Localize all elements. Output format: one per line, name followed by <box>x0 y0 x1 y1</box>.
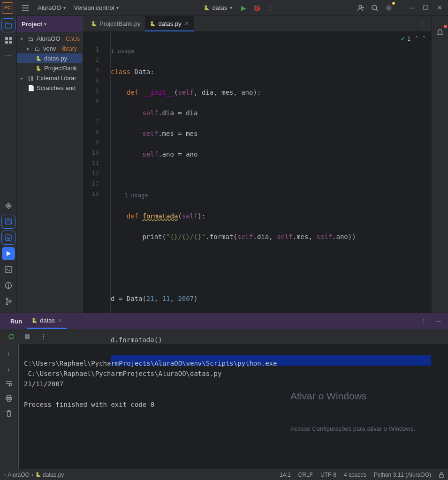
svg-marker-21 <box>7 251 11 256</box>
code-content[interactable]: 1 usage class Data: def __init__(self, d… <box>111 32 431 313</box>
soft-wrap-icon[interactable] <box>2 377 15 390</box>
project-panel: Project ▾ ▾ 🗀 AluraOO C:\Us ▸ 🗀 venv lib… <box>17 16 83 313</box>
tree-root[interactable]: ▾ 🗀 AluraOO C:\Us <box>17 34 82 44</box>
editor-more-icon[interactable]: ⋮ <box>415 17 428 30</box>
debug-button[interactable]: 🐞 <box>250 1 263 15</box>
chevron-down-icon: ▾ <box>63 5 66 10</box>
svg-rect-34 <box>440 474 443 478</box>
svg-rect-15 <box>5 219 12 224</box>
svg-point-8 <box>388 7 390 9</box>
svg-rect-10 <box>9 37 12 40</box>
project-name-label: AluraOO <box>38 4 61 11</box>
scroll-down-icon[interactable] <box>2 231 15 244</box>
tree-scratches[interactable]: 📄 Scratches and <box>17 83 82 93</box>
bug-icon: 🐞 <box>253 4 261 12</box>
play-icon: ▶ <box>241 4 246 12</box>
tree-external-libraries[interactable]: ▸ ⫿⫿ External Librar <box>17 73 82 83</box>
tree-file-projectbank[interactable]: 🐍 ProjectBank <box>17 63 82 73</box>
next-highlight-icon[interactable]: ˅ <box>423 36 425 42</box>
tree-venv[interactable]: ▸ 🗀 venv library <box>17 44 82 53</box>
code-with-me-icon[interactable] <box>354 1 367 15</box>
inspection-check-icon[interactable]: ✔1 <box>401 36 410 42</box>
interpreter[interactable]: Python 3.11 (AluraOO) <box>374 472 431 478</box>
line-separator[interactable]: CRLF <box>298 472 313 478</box>
terminal-tool-icon[interactable] <box>2 263 15 276</box>
svg-rect-12 <box>9 41 12 44</box>
python-icon: 🐍 <box>35 472 41 477</box>
watermark-subtitle: Acesse Configurações para ativar o Windo… <box>290 424 415 434</box>
vcs-tool-icon[interactable] <box>2 295 15 308</box>
run-panel-hide-icon[interactable]: ─ <box>432 315 445 328</box>
editor-tab-projectbank[interactable]: 🐍 ProjectBank.py <box>86 16 145 31</box>
svg-point-29 <box>9 300 11 302</box>
tree-label: ProjectBank <box>44 65 77 72</box>
run-config-tab[interactable]: 🐍 datas ✕ <box>27 313 67 329</box>
titlebar: PC AluraOO ▾ Version control ▾ 🐍 datas ▾… <box>0 0 448 16</box>
console-line: C:\Users\Raphael\PycharmProjects\AluraOO… <box>24 370 226 377</box>
project-tree: ▾ 🗀 AluraOO C:\Us ▸ 🗀 venv library 🐍 dat… <box>17 32 82 95</box>
usage-hint: 1 usage <box>124 192 148 199</box>
notifications-icon[interactable] <box>433 25 447 38</box>
run-tool-label: Run <box>6 313 27 329</box>
main-menu-icon[interactable] <box>19 1 32 15</box>
breadcrumb[interactable]: ▫ AluraOO › 🐍 datas.py <box>4 472 64 478</box>
window-maximize[interactable]: ☐ <box>419 1 432 15</box>
settings-icon[interactable] <box>382 1 395 15</box>
tree-label: venv <box>43 45 56 52</box>
tab-label: datas.py <box>158 20 181 27</box>
tree-file-datas[interactable]: 🐍 datas.py <box>17 53 82 63</box>
tree-label: External Librar <box>37 75 76 82</box>
close-tab-icon[interactable]: ✕ <box>184 20 189 27</box>
clear-all-icon[interactable] <box>2 407 15 420</box>
project-name-dropdown[interactable]: AluraOO ▾ <box>35 2 68 13</box>
project-panel-header[interactable]: Project ▾ <box>17 16 82 32</box>
readonly-lock-icon[interactable] <box>439 472 444 478</box>
file-encoding[interactable]: UTF-8 <box>320 472 336 478</box>
more-run-options[interactable]: ⋮ <box>263 1 276 15</box>
python-icon: 🐍 <box>204 5 209 10</box>
window-close[interactable]: ✕ <box>433 1 446 15</box>
stop-button[interactable] <box>21 330 34 343</box>
python-icon: 🐍 <box>35 66 42 71</box>
editor-tab-datas[interactable]: 🐍 datas.py ✕ <box>145 16 193 31</box>
run-tool-icon[interactable] <box>2 247 15 260</box>
console-line: C:\Users\Raphael\PycharmProjects\AluraOO… <box>24 360 281 367</box>
svg-rect-19 <box>6 235 11 240</box>
python-console-icon[interactable] <box>2 215 15 228</box>
prev-highlight-icon[interactable]: ˄ <box>415 36 418 42</box>
search-everywhere-icon[interactable] <box>368 1 381 15</box>
cursor-position[interactable]: 14:1 <box>280 472 290 478</box>
run-config-selector[interactable]: 🐍 datas ▾ <box>199 3 237 12</box>
print-icon[interactable] <box>2 392 15 405</box>
window-minimize[interactable]: ─ <box>405 1 418 15</box>
svg-rect-22 <box>5 267 12 272</box>
ide-logo: PC <box>2 2 13 14</box>
chevron-down-icon: ▾ <box>44 22 46 27</box>
main-area: ⋯ Projec <box>0 16 448 313</box>
down-stack-icon[interactable]: ↓ <box>2 362 15 375</box>
project-tool-icon[interactable] <box>2 19 15 32</box>
more-tools-icon[interactable]: ⋯ <box>2 49 15 62</box>
breadcrumb-project: AluraOO <box>8 472 30 478</box>
close-tab-icon[interactable]: ✕ <box>58 317 62 324</box>
console-line: Process finished with exit code 0 <box>24 401 154 408</box>
indent-config[interactable]: 4 spaces <box>344 472 366 478</box>
structure-tool-icon[interactable] <box>2 34 15 47</box>
chevron-down-icon: ▾ <box>230 5 232 10</box>
left-tool-strip: ⋯ <box>0 16 17 313</box>
vcs-dropdown[interactable]: Version control ▾ <box>71 2 121 13</box>
rerun-button[interactable] <box>5 330 18 343</box>
up-stack-icon[interactable]: ↑ <box>2 347 15 360</box>
run-button[interactable]: ▶ <box>237 1 250 15</box>
run-toolbar-more[interactable]: ⋮ <box>37 330 50 343</box>
chevron-right-icon: › <box>31 472 33 478</box>
run-body: ↑ ↓ C:\Users\Raphael\PycharmProjects\Alu… <box>0 344 448 469</box>
services-icon[interactable] <box>2 199 15 212</box>
editor-body[interactable]: 1 2 3 4 5 6 7 8 9 10 11 12 13 14 1 usage… <box>83 32 431 313</box>
stop-icon <box>25 334 30 339</box>
folder-icon: 🗀 <box>27 36 35 42</box>
editor-area: 🐍 ProjectBank.py 🐍 datas.py ✕ ⋮ 1 2 3 4 … <box>83 16 431 313</box>
svg-line-7 <box>376 9 378 11</box>
console-output[interactable]: C:\Users\Raphael\PycharmProjects\AluraOO… <box>18 344 448 469</box>
problems-tool-icon[interactable] <box>2 279 15 292</box>
